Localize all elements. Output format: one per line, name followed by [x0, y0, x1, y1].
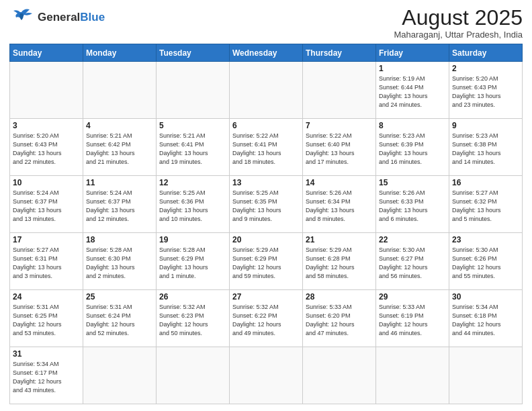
day-info: Sunrise: 5:23 AM Sunset: 6:39 PM Dayligh…: [379, 132, 446, 167]
table-row: 6Sunrise: 5:22 AM Sunset: 6:41 PM Daylig…: [230, 119, 303, 176]
title-block: August 2025 Maharaganj, Uttar Pradesh, I…: [394, 7, 523, 40]
day-number: 8: [379, 121, 446, 130]
day-info: Sunrise: 5:25 AM Sunset: 6:36 PM Dayligh…: [159, 189, 226, 224]
day-number: 2: [452, 64, 519, 73]
day-info: Sunrise: 5:27 AM Sunset: 6:31 PM Dayligh…: [13, 246, 80, 281]
table-row: 13Sunrise: 5:25 AM Sunset: 6:35 PM Dayli…: [230, 176, 303, 233]
day-info: Sunrise: 5:28 AM Sunset: 6:29 PM Dayligh…: [159, 246, 226, 281]
table-row: 20Sunrise: 5:29 AM Sunset: 6:29 PM Dayli…: [230, 233, 303, 290]
logo-icon: [9, 7, 35, 27]
table-row: [230, 347, 303, 404]
day-number: 11: [86, 178, 153, 187]
table-row: [230, 62, 303, 119]
day-number: 21: [306, 235, 373, 244]
day-info: Sunrise: 5:22 AM Sunset: 6:41 PM Dayligh…: [232, 132, 300, 167]
day-info: Sunrise: 5:31 AM Sunset: 6:25 PM Dayligh…: [13, 303, 80, 338]
col-sunday: Sunday: [10, 44, 83, 62]
table-row: 29Sunrise: 5:33 AM Sunset: 6:19 PM Dayli…: [376, 290, 449, 347]
day-number: 1: [379, 64, 446, 73]
col-monday: Monday: [83, 44, 157, 62]
day-number: 15: [379, 178, 446, 187]
day-info: Sunrise: 5:34 AM Sunset: 6:18 PM Dayligh…: [452, 303, 519, 338]
day-number: 6: [232, 121, 300, 130]
table-row: 27Sunrise: 5:32 AM Sunset: 6:22 PM Dayli…: [230, 290, 303, 347]
calendar-week-row: 17Sunrise: 5:27 AM Sunset: 6:31 PM Dayli…: [10, 233, 523, 290]
table-row: 19Sunrise: 5:28 AM Sunset: 6:29 PM Dayli…: [157, 233, 230, 290]
day-info: Sunrise: 5:24 AM Sunset: 6:37 PM Dayligh…: [86, 189, 153, 224]
table-row: [303, 62, 376, 119]
table-row: 12Sunrise: 5:25 AM Sunset: 6:36 PM Dayli…: [157, 176, 230, 233]
day-info: Sunrise: 5:25 AM Sunset: 6:35 PM Dayligh…: [232, 189, 300, 224]
table-row: [83, 62, 157, 119]
logo: GeneralBlue: [9, 7, 105, 27]
table-row: 31Sunrise: 5:34 AM Sunset: 6:17 PM Dayli…: [10, 347, 83, 404]
day-info: Sunrise: 5:33 AM Sunset: 6:20 PM Dayligh…: [306, 303, 373, 338]
table-row: 17Sunrise: 5:27 AM Sunset: 6:31 PM Dayli…: [10, 233, 83, 290]
day-info: Sunrise: 5:27 AM Sunset: 6:32 PM Dayligh…: [452, 189, 519, 224]
day-number: 14: [306, 178, 373, 187]
calendar-table: Sunday Monday Tuesday Wednesday Thursday…: [9, 44, 523, 404]
day-info: Sunrise: 5:19 AM Sunset: 6:44 PM Dayligh…: [379, 75, 446, 109]
day-number: 9: [452, 121, 519, 130]
day-info: Sunrise: 5:30 AM Sunset: 6:27 PM Dayligh…: [379, 246, 446, 281]
table-row: [449, 347, 523, 404]
table-row: [376, 347, 449, 404]
day-number: 16: [452, 178, 519, 187]
table-row: 4Sunrise: 5:21 AM Sunset: 6:42 PM Daylig…: [83, 119, 157, 176]
day-info: Sunrise: 5:34 AM Sunset: 6:17 PM Dayligh…: [13, 360, 80, 395]
table-row: 30Sunrise: 5:34 AM Sunset: 6:18 PM Dayli…: [449, 290, 523, 347]
table-row: [83, 347, 157, 404]
day-number: 23: [452, 235, 519, 244]
day-number: 4: [86, 121, 153, 130]
day-info: Sunrise: 5:26 AM Sunset: 6:34 PM Dayligh…: [306, 189, 373, 224]
day-info: Sunrise: 5:30 AM Sunset: 6:26 PM Dayligh…: [452, 246, 519, 281]
day-number: 27: [232, 292, 300, 302]
day-number: 18: [86, 235, 153, 244]
day-number: 30: [452, 292, 519, 302]
table-row: 11Sunrise: 5:24 AM Sunset: 6:37 PM Dayli…: [83, 176, 157, 233]
day-info: Sunrise: 5:22 AM Sunset: 6:40 PM Dayligh…: [306, 132, 373, 167]
table-row: [303, 347, 376, 404]
day-number: 3: [13, 121, 80, 130]
day-info: Sunrise: 5:24 AM Sunset: 6:37 PM Dayligh…: [13, 189, 80, 224]
table-row: 25Sunrise: 5:31 AM Sunset: 6:24 PM Dayli…: [83, 290, 157, 347]
day-number: 12: [159, 178, 226, 187]
day-info: Sunrise: 5:21 AM Sunset: 6:41 PM Dayligh…: [159, 132, 226, 167]
month-title: August 2025: [394, 7, 523, 28]
day-number: 7: [306, 121, 373, 130]
day-number: 17: [13, 235, 80, 244]
day-number: 13: [232, 178, 300, 187]
table-row: 28Sunrise: 5:33 AM Sunset: 6:20 PM Dayli…: [303, 290, 376, 347]
day-info: Sunrise: 5:26 AM Sunset: 6:33 PM Dayligh…: [379, 189, 446, 224]
calendar-week-row: 24Sunrise: 5:31 AM Sunset: 6:25 PM Dayli…: [10, 290, 523, 347]
table-row: 26Sunrise: 5:32 AM Sunset: 6:23 PM Dayli…: [157, 290, 230, 347]
day-info: Sunrise: 5:33 AM Sunset: 6:19 PM Dayligh…: [379, 303, 446, 338]
day-number: 20: [232, 235, 300, 244]
table-row: 8Sunrise: 5:23 AM Sunset: 6:39 PM Daylig…: [376, 119, 449, 176]
day-number: 5: [159, 121, 226, 130]
table-row: 21Sunrise: 5:29 AM Sunset: 6:28 PM Dayli…: [303, 233, 376, 290]
table-row: 23Sunrise: 5:30 AM Sunset: 6:26 PM Dayli…: [449, 233, 523, 290]
day-number: 22: [379, 235, 446, 244]
table-row: 16Sunrise: 5:27 AM Sunset: 6:32 PM Dayli…: [449, 176, 523, 233]
table-row: 18Sunrise: 5:28 AM Sunset: 6:30 PM Dayli…: [83, 233, 157, 290]
day-number: 31: [13, 349, 80, 359]
day-number: 26: [159, 292, 226, 302]
day-number: 19: [159, 235, 226, 244]
col-saturday: Saturday: [449, 44, 523, 62]
day-info: Sunrise: 5:32 AM Sunset: 6:22 PM Dayligh…: [232, 303, 300, 338]
calendar-header-row: Sunday Monday Tuesday Wednesday Thursday…: [10, 44, 523, 62]
day-info: Sunrise: 5:21 AM Sunset: 6:42 PM Dayligh…: [86, 132, 153, 167]
logo-blue: Blue: [80, 11, 105, 24]
col-thursday: Thursday: [303, 44, 376, 62]
subtitle: Maharaganj, Uttar Pradesh, India: [394, 30, 523, 40]
day-info: Sunrise: 5:20 AM Sunset: 6:43 PM Dayligh…: [13, 132, 80, 167]
day-number: 24: [13, 292, 80, 302]
day-info: Sunrise: 5:29 AM Sunset: 6:29 PM Dayligh…: [232, 246, 300, 281]
calendar-week-row: 3Sunrise: 5:20 AM Sunset: 6:43 PM Daylig…: [10, 119, 523, 176]
day-info: Sunrise: 5:29 AM Sunset: 6:28 PM Dayligh…: [306, 246, 373, 281]
table-row: [10, 62, 83, 119]
table-row: 7Sunrise: 5:22 AM Sunset: 6:40 PM Daylig…: [303, 119, 376, 176]
table-row: 5Sunrise: 5:21 AM Sunset: 6:41 PM Daylig…: [157, 119, 230, 176]
day-number: 28: [306, 292, 373, 302]
